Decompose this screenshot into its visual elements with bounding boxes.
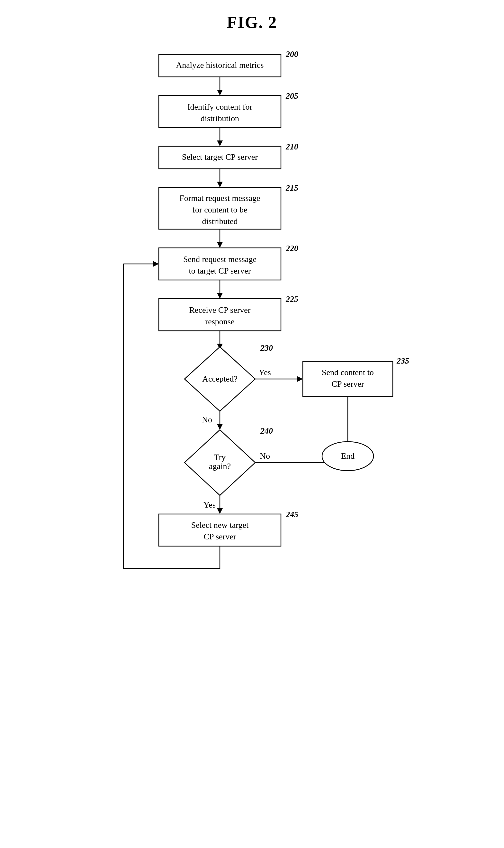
arrowhead-220-225 <box>217 293 223 299</box>
arrowhead-230-no <box>217 424 223 430</box>
box-235 <box>303 361 393 397</box>
arrowhead-240-yes <box>217 508 223 514</box>
num-240: 240 <box>260 426 273 436</box>
no-label-230: No <box>202 415 212 424</box>
label-205b: distribution <box>201 114 239 123</box>
num-225: 225 <box>285 294 298 304</box>
box-245 <box>159 514 281 546</box>
label-215b: for content to be <box>192 205 247 214</box>
num-230: 230 <box>260 343 273 353</box>
arrowhead-215-220 <box>217 242 223 248</box>
arrowhead-200-205 <box>217 90 223 95</box>
num-205: 205 <box>285 91 298 101</box>
label-245b: CP server <box>204 532 236 541</box>
page-title: FIG. 2 <box>227 13 277 32</box>
arrowhead-210-215 <box>217 182 223 187</box>
num-200: 200 <box>285 50 298 59</box>
label-200: Analyze historical metrics <box>176 60 264 70</box>
yes-label-230: Yes <box>259 368 271 377</box>
yes-label-240: Yes <box>203 500 216 509</box>
num-210: 210 <box>285 142 298 151</box>
label-215c: distributed <box>202 217 237 226</box>
label-210: Select target CP server <box>182 152 258 162</box>
label-225a: Receive CP server <box>189 305 250 315</box>
num-215: 215 <box>285 183 298 193</box>
main-diagram-svg: Analyze historical metrics 200 Identify … <box>75 48 429 819</box>
label-240b: again? <box>209 462 231 471</box>
main-container: Analyze historical metrics 200 Identify … <box>75 48 429 819</box>
label-225b: response <box>205 317 235 326</box>
arrowhead-205-210 <box>217 141 223 146</box>
label-235a: Send content to <box>322 368 374 377</box>
arrowhead-230-yes <box>297 376 303 382</box>
label-235b: CP server <box>332 379 364 389</box>
end-label: End <box>341 451 355 461</box>
label-240a: Try <box>214 453 226 462</box>
label-215a: Format request message <box>179 194 260 203</box>
label-220a: Send request message <box>183 255 256 264</box>
label-230: Accepted? <box>202 374 237 383</box>
label-245a: Select new target <box>191 520 249 530</box>
no-label-240: No <box>260 451 270 461</box>
label-205a: Identify content for <box>187 102 252 111</box>
label-220b: to target CP server <box>189 266 251 275</box>
arrowhead-loop <box>153 261 159 267</box>
num-245: 245 <box>285 510 298 519</box>
num-235: 235 <box>396 356 409 365</box>
num-220: 220 <box>285 243 298 253</box>
